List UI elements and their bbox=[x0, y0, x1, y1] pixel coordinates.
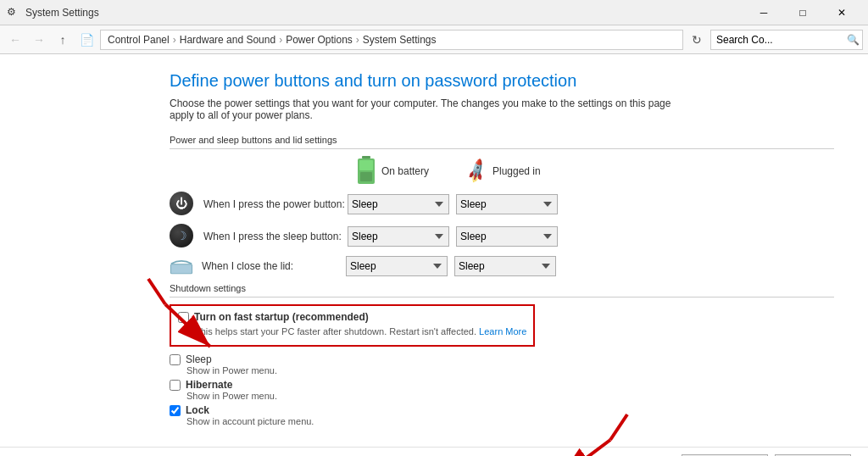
hibernate-text: Hibernate bbox=[186, 379, 232, 391]
fast-startup-item: Turn on fast startup (recommended) bbox=[178, 311, 526, 323]
path-part-3: Power Options bbox=[286, 34, 353, 46]
address-path[interactable]: Control Panel › Hardware and Sound › Pow… bbox=[100, 30, 683, 50]
lock-item: Lock Show in account picture menu. bbox=[170, 404, 834, 426]
power-plugged-select[interactable]: Sleep Do nothing Hibernate Shut down bbox=[456, 194, 558, 214]
svg-rect-3 bbox=[360, 172, 372, 181]
sleep-button-label: When I press the sleep button: bbox=[203, 231, 348, 242]
lid-icon bbox=[170, 257, 193, 275]
sleep-shutdown-checkbox[interactable] bbox=[170, 354, 181, 365]
svg-rect-2 bbox=[359, 160, 373, 170]
sleep-shutdown-label[interactable]: Sleep bbox=[170, 353, 834, 365]
power-table-header: On battery 🚀 Plugged in bbox=[170, 156, 834, 186]
lid-close-row: When I close the lid: Sleep Do nothing H… bbox=[170, 256, 834, 276]
title-bar: ⚙ System Settings ─ □ ✕ bbox=[0, 0, 868, 25]
page-description: Choose the power settings that you want … bbox=[170, 97, 678, 121]
fast-startup-text: Turn on fast startup (recommended) bbox=[194, 311, 369, 323]
sleep-shutdown-desc: Show in Power menu. bbox=[186, 365, 834, 375]
shutdown-section: Shutdown settings Turn on fast startup (… bbox=[170, 283, 834, 426]
sleep-button-icon: ☽ bbox=[170, 224, 195, 249]
path-part-1: Control Panel bbox=[108, 34, 170, 46]
footer-buttons: Save changes Cancel bbox=[0, 447, 868, 456]
battery-label: On battery bbox=[381, 165, 429, 177]
power-button-label: When I press the power button: bbox=[203, 198, 348, 210]
hibernate-label[interactable]: Hibernate bbox=[170, 379, 834, 391]
power-button-icon: ⏻ bbox=[170, 192, 195, 217]
plugged-icon: 🚀 bbox=[463, 157, 492, 185]
learn-more-link[interactable]: Learn More bbox=[479, 326, 526, 336]
power-circle-icon: ⏻ bbox=[170, 192, 193, 215]
forward-button[interactable]: → bbox=[29, 30, 49, 50]
maximize-button[interactable]: □ bbox=[783, 0, 822, 25]
sleep-shutdown-item: Sleep Show in Power menu. bbox=[170, 353, 834, 375]
lock-label[interactable]: Lock bbox=[170, 404, 834, 416]
recent-button[interactable]: 📄 bbox=[76, 30, 97, 50]
window-title: System Settings bbox=[25, 7, 744, 19]
battery-column-header: On battery bbox=[356, 156, 466, 186]
plugged-column-header: 🚀 Plugged in bbox=[466, 161, 576, 181]
power-button-row: ⏻ When I press the power button: Sleep D… bbox=[170, 192, 834, 217]
address-bar: ← → ↑ 📄 Control Panel › Hardware and Sou… bbox=[0, 25, 868, 54]
window-controls: ─ □ ✕ bbox=[744, 0, 861, 25]
hibernate-desc: Show in Power menu. bbox=[186, 391, 834, 401]
fast-startup-desc: This helps start your PC faster after sh… bbox=[195, 326, 526, 336]
sleep-shutdown-text: Sleep bbox=[186, 353, 212, 365]
lock-text: Lock bbox=[186, 404, 209, 416]
sleep-plugged-select[interactable]: Sleep Do nothing Hibernate Shut down bbox=[456, 226, 558, 247]
lock-desc: Show in account picture menu. bbox=[186, 416, 834, 426]
fast-startup-checkbox[interactable] bbox=[178, 312, 189, 323]
app-icon: ⚙ bbox=[7, 6, 20, 19]
plugged-label: Plugged in bbox=[492, 165, 541, 177]
path-part-4: System Settings bbox=[363, 34, 437, 46]
fast-startup-box: Turn on fast startup (recommended) This … bbox=[170, 304, 535, 347]
sleep-circle-icon: ☽ bbox=[170, 224, 193, 247]
minimize-button[interactable]: ─ bbox=[744, 0, 783, 25]
search-wrapper: 🔍 bbox=[710, 30, 863, 50]
content-wrapper: Define power buttons and turn on passwor… bbox=[0, 54, 868, 456]
battery-icon bbox=[356, 156, 376, 186]
power-section-header: Power and sleep buttons and lid settings bbox=[170, 135, 834, 149]
search-input[interactable] bbox=[710, 30, 863, 50]
sleep-button-row: ☽ When I press the sleep button: Sleep D… bbox=[170, 224, 834, 249]
content-area: Define power buttons and turn on passwor… bbox=[0, 54, 868, 447]
lock-checkbox[interactable] bbox=[170, 405, 181, 416]
lid-close-label: When I close the lid: bbox=[202, 260, 346, 272]
refresh-button[interactable]: ↻ bbox=[687, 30, 707, 50]
up-button[interactable]: ↑ bbox=[53, 30, 73, 50]
power-battery-select[interactable]: Sleep Do nothing Hibernate Shut down bbox=[348, 194, 449, 214]
shutdown-section-header: Shutdown settings bbox=[170, 283, 834, 298]
sleep-battery-select[interactable]: Sleep Do nothing Hibernate Shut down bbox=[348, 226, 449, 247]
hibernate-item: Hibernate Show in Power menu. bbox=[170, 379, 834, 401]
back-button[interactable]: ← bbox=[5, 30, 25, 50]
close-button[interactable]: ✕ bbox=[822, 0, 861, 25]
svg-rect-5 bbox=[171, 264, 192, 273]
hibernate-checkbox[interactable] bbox=[170, 380, 181, 391]
fast-startup-label[interactable]: Turn on fast startup (recommended) bbox=[178, 311, 526, 323]
main-content: Define power buttons and turn on passwor… bbox=[0, 54, 868, 456]
lid-svg-icon bbox=[170, 257, 193, 275]
lid-battery-select[interactable]: Sleep Do nothing Hibernate Shut down bbox=[346, 256, 448, 276]
path-part-2: Hardware and Sound bbox=[180, 34, 275, 46]
svg-rect-0 bbox=[362, 156, 370, 158]
lid-plugged-select[interactable]: Sleep Do nothing Hibernate Shut down bbox=[454, 256, 556, 276]
page-title: Define power buttons and turn on passwor… bbox=[170, 71, 834, 91]
